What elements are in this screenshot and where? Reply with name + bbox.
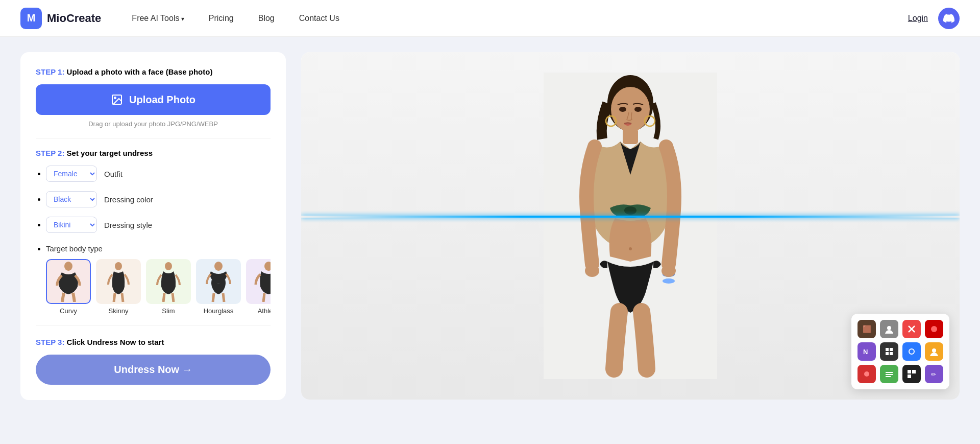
- svg-point-20: [662, 265, 676, 277]
- logo-name: MioCreate: [47, 12, 101, 25]
- main-content: STEP 1: Upload a photo with a face (Base…: [0, 37, 980, 415]
- svg-point-21: [619, 107, 626, 112]
- app-icon-8[interactable]: [925, 342, 943, 361]
- app-icons-panel: 🟫 N: [851, 314, 949, 389]
- left-panel: STEP 1: Upload a photo with a face (Base…: [20, 52, 286, 400]
- svg-rect-46: [886, 372, 893, 373]
- svg-point-5: [214, 262, 223, 271]
- svg-rect-34: [884, 346, 895, 357]
- svg-rect-36: [890, 348, 893, 351]
- svg-rect-39: [906, 346, 917, 357]
- app-icon-6[interactable]: [880, 342, 898, 361]
- upload-photo-button[interactable]: Upload Photo: [36, 84, 271, 115]
- svg-text:N: N: [863, 348, 868, 356]
- svg-point-4: [165, 262, 172, 270]
- image-preview: 🟫 N: [301, 52, 960, 400]
- body-type-athletic-label: Athletic: [258, 307, 271, 315]
- login-link[interactable]: Login: [908, 14, 928, 23]
- logo-area: M MioCreate: [20, 8, 101, 29]
- header: M MioCreate Free AI Tools Pricing Blog C…: [0, 0, 980, 37]
- nav: Free AI Tools Pricing Blog Contact Us: [132, 14, 908, 23]
- body-type-skinny-label: Skinny: [108, 307, 128, 315]
- outfit-label: Outfit: [104, 170, 122, 178]
- nav-pricing[interactable]: Pricing: [209, 14, 234, 23]
- outfit-option: Female Male Outfit: [46, 166, 271, 182]
- style-select[interactable]: Bikini Lingerie Nude: [46, 217, 97, 233]
- undress-now-button[interactable]: Undress Now →: [36, 355, 271, 385]
- color-option: Black White Red Blue Dressing color: [46, 191, 271, 207]
- svg-point-9: [611, 87, 650, 132]
- app-icon-2[interactable]: [880, 320, 898, 338]
- body-type-curvy-label: Curvy: [60, 307, 77, 315]
- discord-button[interactable]: [938, 8, 960, 29]
- svg-point-19: [585, 265, 599, 277]
- app-icon-9[interactable]: [857, 365, 876, 383]
- svg-point-3: [115, 262, 122, 270]
- svg-rect-38: [890, 352, 893, 355]
- body-type-grid: Curvy: [46, 259, 271, 315]
- outfit-select[interactable]: Female Male: [46, 166, 97, 182]
- upload-photo-label: Upload Photo: [129, 94, 195, 106]
- app-icon-11[interactable]: [902, 365, 921, 383]
- svg-point-42: [932, 348, 936, 353]
- app-icon-4[interactable]: [925, 320, 943, 338]
- right-panel: 🟫 N: [301, 52, 960, 400]
- svg-point-22: [634, 107, 642, 112]
- step3-label: STEP 3: Click Undress Now to start: [36, 338, 271, 346]
- step2-label: STEP 2: Set your target undress: [36, 149, 271, 157]
- divider-1: [36, 138, 271, 138]
- body-type-hourglass-label: Hourglass: [204, 307, 234, 315]
- body-type-option: Target body type: [46, 242, 271, 315]
- body-type-curvy[interactable]: Curvy: [46, 259, 91, 315]
- nav-contact[interactable]: Contact Us: [299, 14, 339, 23]
- header-right: Login: [908, 8, 960, 29]
- undress-now-label: Undress Now →: [114, 364, 192, 376]
- svg-rect-51: [912, 370, 916, 373]
- svg-text:✏: ✏: [931, 371, 936, 378]
- svg-point-2: [64, 262, 72, 271]
- svg-rect-52: [908, 375, 911, 378]
- logo-icon: M: [20, 8, 42, 29]
- nav-blog[interactable]: Blog: [258, 14, 275, 23]
- color-label: Dressing color: [104, 195, 153, 204]
- svg-point-6: [264, 262, 271, 271]
- svg-point-1: [114, 97, 116, 99]
- app-icon-7[interactable]: [902, 342, 921, 361]
- svg-rect-48: [886, 376, 891, 377]
- scan-line: [301, 216, 960, 218]
- svg-point-26: [887, 326, 891, 330]
- color-select[interactable]: Black White Red Blue: [46, 191, 97, 207]
- body-type-athletic[interactable]: Athletic: [246, 259, 271, 315]
- body-type-slim-label: Slim: [162, 307, 175, 315]
- app-icon-10[interactable]: [880, 365, 898, 383]
- step1-label: STEP 1: Upload a photo with a face (Base…: [36, 67, 271, 76]
- svg-rect-10: [623, 129, 638, 144]
- svg-rect-50: [908, 370, 911, 373]
- app-icon-12[interactable]: ✏: [925, 365, 943, 383]
- app-icon-3[interactable]: [902, 320, 921, 338]
- svg-point-44: [864, 371, 869, 377]
- svg-point-18: [629, 247, 632, 250]
- svg-rect-37: [886, 352, 889, 355]
- body-type-skinny[interactable]: Skinny: [96, 259, 141, 315]
- svg-rect-35: [886, 348, 889, 351]
- app-icon-5[interactable]: N: [857, 342, 876, 361]
- step2-options: Female Male Outfit Black White Red Blue …: [36, 166, 271, 315]
- body-type-hourglass[interactable]: Hourglass: [196, 259, 241, 315]
- style-label: Dressing style: [104, 221, 152, 229]
- body-type-title: Target body type: [46, 244, 271, 253]
- svg-point-17: [663, 278, 675, 284]
- svg-rect-47: [886, 374, 893, 375]
- divider-2: [36, 325, 271, 325]
- svg-point-31: [931, 326, 937, 332]
- svg-text:🟫: 🟫: [863, 325, 872, 334]
- body-type-slim[interactable]: Slim: [146, 259, 191, 315]
- svg-point-13: [624, 206, 636, 215]
- app-icon-1[interactable]: 🟫: [857, 320, 876, 338]
- style-option: Bikini Lingerie Nude Dressing style: [46, 217, 271, 233]
- nav-free-ai-tools[interactable]: Free AI Tools: [132, 14, 184, 23]
- upload-hint: Drag or upload your photo JPG/PNG/WEBP: [36, 120, 271, 128]
